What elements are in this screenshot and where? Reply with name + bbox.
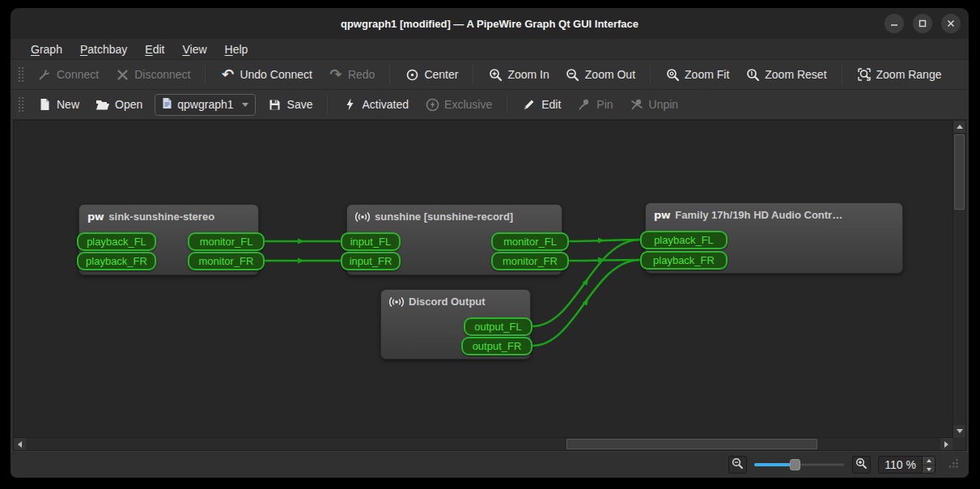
arrow-up-icon — [957, 125, 963, 129]
spin-up-button[interactable] — [923, 457, 935, 465]
stream-icon — [355, 211, 370, 223]
scroll-up-button[interactable] — [953, 121, 965, 133]
activated-button[interactable]: Activated — [335, 93, 416, 116]
scroll-down-button[interactable] — [953, 425, 965, 437]
zoom-value: 110 % — [879, 458, 922, 471]
open-button[interactable]: Open — [88, 93, 150, 116]
scrollbar-corner — [952, 437, 965, 450]
menu-view[interactable]: View — [173, 40, 215, 58]
scroll-right-button[interactable] — [940, 438, 952, 450]
graph-canvas[interactable]: pw sink-sunshine-stereo sunshine [sunshi… — [14, 121, 952, 437]
window-controls — [885, 14, 961, 33]
vertical-scrollbar[interactable] — [952, 121, 965, 437]
zoom-slider-handle[interactable] — [790, 459, 800, 470]
zoom-out-icon — [566, 67, 580, 82]
edge-monitorFR-playbackFR[interactable] — [569, 260, 640, 261]
undo-connect-button[interactable]: ↶ Undo Connect — [213, 63, 320, 86]
zoom-slider-fill — [754, 463, 795, 466]
graph-canvas-frame: pw sink-sunshine-stereo sunshine [sunshi… — [13, 120, 966, 451]
new-button[interactable]: New — [30, 93, 87, 116]
port-sink-playback-fl[interactable]: playback_FL — [77, 232, 156, 251]
menu-help[interactable]: Help — [216, 40, 257, 58]
toolbar-separator — [507, 95, 507, 114]
zoom-reset-button[interactable]: Zoom Reset — [738, 63, 834, 86]
edge-monitorFL-playbackFL[interactable] — [569, 240, 640, 241]
statusbar-zoom-out-button[interactable] — [728, 456, 747, 474]
patchbay-select-value: qpwgraph1 — [177, 98, 233, 111]
horizontal-scroll-thumb[interactable] — [566, 439, 817, 449]
zoom-slider[interactable] — [754, 458, 845, 471]
spin-down-button[interactable] — [923, 465, 935, 473]
zoom-in-button[interactable]: Zoom In — [481, 63, 556, 86]
zoom-out-icon — [732, 457, 744, 473]
exclusive-bolt-icon — [425, 97, 439, 112]
close-button[interactable] — [941, 14, 961, 33]
menu-graph[interactable]: Graph — [22, 40, 71, 58]
center-icon — [405, 67, 419, 82]
port-family-playback-fl[interactable]: playback_FL — [640, 231, 728, 249]
save-icon — [268, 97, 282, 112]
zoom-spinbox[interactable]: 110 % — [878, 456, 935, 474]
pipewire-icon: pw — [654, 209, 670, 221]
node-title: sunshine [sunshine-record] — [375, 210, 513, 223]
toolbar-separator — [389, 65, 390, 84]
port-discord-output-fl[interactable]: output_FL — [464, 317, 532, 336]
patchbay-file-icon — [162, 97, 172, 112]
connect-button[interactable]: Connect — [30, 63, 106, 86]
unpin-icon — [630, 97, 644, 112]
window-resize-grip[interactable] — [948, 457, 959, 472]
toolbar-drag-handle[interactable] — [17, 96, 23, 113]
node-header: Discord Output — [381, 290, 530, 311]
minimize-button[interactable] — [885, 14, 904, 33]
pipewire-icon: pw — [87, 210, 104, 223]
port-sunshine-monitor-fr[interactable]: monitor_FR — [491, 252, 569, 270]
statusbar: 110 % — [11, 451, 969, 478]
port-discord-output-fr[interactable]: output_FR — [461, 337, 532, 355]
statusbar-zoom-in-button[interactable] — [852, 456, 871, 474]
unpin-button[interactable]: Unpin — [622, 93, 686, 116]
scroll-left-button[interactable] — [14, 438, 26, 450]
vertical-scroll-thumb[interactable] — [954, 134, 965, 210]
patchbay-select[interactable]: qpwgraph1 — [155, 94, 255, 116]
pin-button[interactable]: Pin — [570, 93, 620, 116]
node-title: sink-sunshine-stereo — [108, 210, 214, 223]
save-button[interactable]: Save — [261, 93, 320, 116]
maximize-button[interactable] — [913, 14, 932, 33]
zoom-out-button[interactable]: Zoom Out — [558, 63, 643, 86]
node-title: Family 17h/19h HD Audio Contr… — [675, 209, 842, 221]
titlebar[interactable]: qpwgraph1 [modified] — A PipeWire Graph … — [11, 8, 969, 39]
zoom-fit-icon — [665, 67, 680, 82]
horizontal-scrollbar[interactable] — [14, 437, 952, 450]
zoom-in-icon — [488, 67, 503, 82]
zoom-fit-button[interactable]: Zoom Fit — [658, 63, 736, 86]
redo-icon: ↷ — [329, 67, 343, 82]
redo-button[interactable]: ↷ Redo — [321, 63, 382, 86]
toolbar-drag-handle[interactable] — [17, 66, 23, 83]
connection-edges — [14, 121, 952, 435]
port-sink-playback-fr[interactable]: playback_FR — [77, 252, 156, 270]
maximize-icon — [918, 19, 927, 28]
menubar: Graph Patchbay Edit View Help — [11, 39, 969, 60]
port-sunshine-input-fr[interactable]: input_FR — [341, 252, 401, 270]
spin-arrows — [922, 457, 935, 473]
edit-button[interactable]: Edit — [515, 93, 568, 116]
port-family-playback-fr[interactable]: playback_FR — [640, 251, 728, 270]
port-sunshine-monitor-fl[interactable]: monitor_FL — [491, 232, 569, 251]
center-button[interactable]: Center — [397, 63, 465, 86]
port-sink-monitor-fl[interactable]: monitor_FL — [188, 232, 265, 251]
zoom-range-button[interactable]: Zoom Range — [850, 63, 949, 86]
pin-icon — [577, 97, 592, 112]
port-sunshine-input-fl[interactable]: input_FL — [341, 232, 401, 251]
arrow-left-icon — [18, 441, 22, 448]
disconnect-button[interactable]: Disconnect — [108, 63, 197, 86]
exclusive-button[interactable]: Exclusive — [418, 93, 499, 116]
menu-edit[interactable]: Edit — [136, 40, 173, 58]
disconnect-icon — [115, 67, 129, 82]
minimize-icon — [890, 19, 898, 28]
patchbay-toolbar: New Open qpwgraph1 Save Activate — [11, 90, 969, 120]
menu-patchbay[interactable]: Patchbay — [71, 40, 136, 58]
node-header: sunshine [sunshine-record] — [347, 205, 562, 226]
port-sink-monitor-fr[interactable]: monitor_FR — [188, 252, 265, 270]
node-header: pw Family 17h/19h HD Audio Contr… — [646, 203, 902, 224]
app-window: qpwgraph1 [modified] — A PipeWire Graph … — [11, 8, 969, 478]
